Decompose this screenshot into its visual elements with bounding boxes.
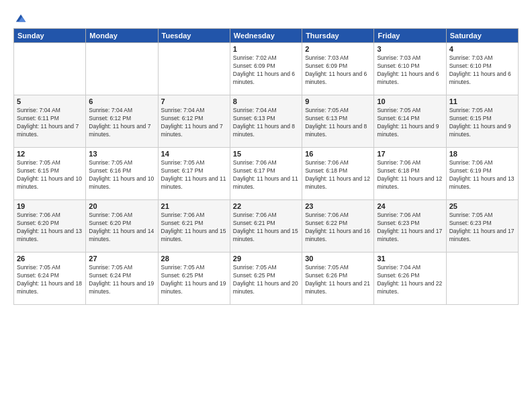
day-info: Sunrise: 7:04 AM Sunset: 6:12 PM Dayligh… xyxy=(161,107,227,139)
day-number: 22 xyxy=(233,202,299,210)
day-number: 29 xyxy=(233,255,299,263)
day-number: 30 xyxy=(305,255,371,263)
day-number: 27 xyxy=(89,255,154,263)
calendar-cell: 31Sunrise: 7:04 AM Sunset: 6:26 PM Dayli… xyxy=(374,253,446,305)
day-number: 1 xyxy=(233,45,299,53)
calendar-cell: 25Sunrise: 7:05 AM Sunset: 6:23 PM Dayli… xyxy=(446,200,518,253)
day-number: 21 xyxy=(161,202,227,210)
calendar-cell: 5Sunrise: 7:04 AM Sunset: 6:11 PM Daylig… xyxy=(14,95,86,148)
calendar-cell: 30Sunrise: 7:05 AM Sunset: 6:26 PM Dayli… xyxy=(302,253,374,305)
day-info: Sunrise: 7:06 AM Sunset: 6:18 PM Dayligh… xyxy=(377,159,443,191)
calendar-cell: 29Sunrise: 7:05 AM Sunset: 6:25 PM Dayli… xyxy=(230,253,302,305)
day-info: Sunrise: 7:05 AM Sunset: 6:15 PM Dayligh… xyxy=(449,107,515,139)
calendar-cell: 20Sunrise: 7:06 AM Sunset: 6:20 PM Dayli… xyxy=(86,200,158,253)
day-number: 14 xyxy=(161,150,227,158)
calendar-cell: 19Sunrise: 7:06 AM Sunset: 6:20 PM Dayli… xyxy=(14,200,86,253)
weekday-row: SundayMondayTuesdayWednesdayThursdayFrid… xyxy=(14,29,519,43)
day-number: 2 xyxy=(305,45,371,53)
day-info: Sunrise: 7:06 AM Sunset: 6:21 PM Dayligh… xyxy=(161,212,227,244)
calendar-cell: 23Sunrise: 7:06 AM Sunset: 6:22 PM Dayli… xyxy=(302,200,374,253)
day-number: 25 xyxy=(449,202,515,210)
day-number: 31 xyxy=(377,255,443,263)
calendar-cell: 4Sunrise: 7:03 AM Sunset: 6:10 PM Daylig… xyxy=(446,43,518,95)
day-info: Sunrise: 7:05 AM Sunset: 6:14 PM Dayligh… xyxy=(377,107,443,139)
calendar-week-row: 1Sunrise: 7:02 AM Sunset: 6:09 PM Daylig… xyxy=(14,43,519,95)
day-info: Sunrise: 7:04 AM Sunset: 6:12 PM Dayligh… xyxy=(89,107,154,139)
day-info: Sunrise: 7:04 AM Sunset: 6:13 PM Dayligh… xyxy=(233,107,299,139)
calendar-table: SundayMondayTuesdayWednesdayThursdayFrid… xyxy=(13,28,519,305)
calendar-cell: 2Sunrise: 7:03 AM Sunset: 6:09 PM Daylig… xyxy=(302,43,374,95)
day-info: Sunrise: 7:06 AM Sunset: 6:21 PM Dayligh… xyxy=(233,212,299,244)
calendar-cell: 8Sunrise: 7:04 AM Sunset: 6:13 PM Daylig… xyxy=(230,95,302,148)
weekday-header: Tuesday xyxy=(158,29,230,43)
calendar-cell: 9Sunrise: 7:05 AM Sunset: 6:13 PM Daylig… xyxy=(302,95,374,148)
day-number: 26 xyxy=(17,255,83,263)
calendar-cell: 24Sunrise: 7:06 AM Sunset: 6:23 PM Dayli… xyxy=(374,200,446,253)
calendar-cell: 7Sunrise: 7:04 AM Sunset: 6:12 PM Daylig… xyxy=(158,95,230,148)
day-info: Sunrise: 7:06 AM Sunset: 6:23 PM Dayligh… xyxy=(377,212,443,244)
weekday-header: Monday xyxy=(86,29,158,43)
day-info: Sunrise: 7:02 AM Sunset: 6:09 PM Dayligh… xyxy=(233,54,299,87)
calendar-cell: 26Sunrise: 7:05 AM Sunset: 6:24 PM Dayli… xyxy=(14,253,86,305)
calendar-cell xyxy=(86,43,158,95)
day-number: 9 xyxy=(305,97,371,105)
calendar-header: SundayMondayTuesdayWednesdayThursdayFrid… xyxy=(14,29,519,43)
day-number: 13 xyxy=(89,150,154,158)
day-info: Sunrise: 7:04 AM Sunset: 6:26 PM Dayligh… xyxy=(377,264,443,296)
day-number: 10 xyxy=(377,97,443,105)
day-number: 3 xyxy=(377,45,443,53)
day-info: Sunrise: 7:05 AM Sunset: 6:24 PM Dayligh… xyxy=(17,264,83,296)
calendar-cell xyxy=(446,253,518,305)
weekday-header: Wednesday xyxy=(230,29,302,43)
calendar-cell: 6Sunrise: 7:04 AM Sunset: 6:12 PM Daylig… xyxy=(86,95,158,148)
weekday-header: Saturday xyxy=(446,29,518,43)
day-number: 5 xyxy=(17,97,83,105)
calendar-body: 1Sunrise: 7:02 AM Sunset: 6:09 PM Daylig… xyxy=(14,43,519,305)
page: SundayMondayTuesdayWednesdayThursdayFrid… xyxy=(0,0,532,411)
weekday-header: Friday xyxy=(374,29,446,43)
day-info: Sunrise: 7:05 AM Sunset: 6:26 PM Dayligh… xyxy=(305,264,371,296)
day-info: Sunrise: 7:06 AM Sunset: 6:18 PM Dayligh… xyxy=(305,159,371,191)
day-number: 28 xyxy=(161,255,227,263)
calendar-cell: 18Sunrise: 7:06 AM Sunset: 6:19 PM Dayli… xyxy=(446,148,518,200)
day-number: 18 xyxy=(449,150,515,158)
calendar-cell: 21Sunrise: 7:06 AM Sunset: 6:21 PM Dayli… xyxy=(158,200,230,253)
day-info: Sunrise: 7:05 AM Sunset: 6:15 PM Dayligh… xyxy=(17,159,83,191)
calendar-week-row: 19Sunrise: 7:06 AM Sunset: 6:20 PM Dayli… xyxy=(14,200,519,253)
day-info: Sunrise: 7:06 AM Sunset: 6:20 PM Dayligh… xyxy=(17,212,83,244)
calendar-cell xyxy=(14,43,86,95)
calendar-week-row: 5Sunrise: 7:04 AM Sunset: 6:11 PM Daylig… xyxy=(14,95,519,148)
day-info: Sunrise: 7:05 AM Sunset: 6:25 PM Dayligh… xyxy=(161,264,227,296)
day-number: 23 xyxy=(305,202,371,210)
day-info: Sunrise: 7:03 AM Sunset: 6:09 PM Dayligh… xyxy=(305,54,371,87)
day-info: Sunrise: 7:06 AM Sunset: 6:17 PM Dayligh… xyxy=(233,159,299,191)
day-info: Sunrise: 7:06 AM Sunset: 6:20 PM Dayligh… xyxy=(89,212,154,244)
day-info: Sunrise: 7:04 AM Sunset: 6:11 PM Dayligh… xyxy=(17,107,83,139)
calendar-cell xyxy=(158,43,230,95)
header xyxy=(13,12,519,21)
day-number: 17 xyxy=(377,150,443,158)
day-info: Sunrise: 7:05 AM Sunset: 6:25 PM Dayligh… xyxy=(233,264,299,296)
calendar-cell: 3Sunrise: 7:03 AM Sunset: 6:10 PM Daylig… xyxy=(374,43,446,95)
day-number: 12 xyxy=(17,150,83,158)
day-info: Sunrise: 7:05 AM Sunset: 6:17 PM Dayligh… xyxy=(161,159,227,191)
logo-text xyxy=(13,12,27,24)
day-number: 6 xyxy=(89,97,154,105)
day-number: 19 xyxy=(17,202,83,210)
calendar-cell: 15Sunrise: 7:06 AM Sunset: 6:17 PM Dayli… xyxy=(230,148,302,200)
day-number: 15 xyxy=(233,150,299,158)
day-info: Sunrise: 7:05 AM Sunset: 6:24 PM Dayligh… xyxy=(89,264,154,296)
calendar-cell: 12Sunrise: 7:05 AM Sunset: 6:15 PM Dayli… xyxy=(14,148,86,200)
calendar-cell: 28Sunrise: 7:05 AM Sunset: 6:25 PM Dayli… xyxy=(158,253,230,305)
day-number: 11 xyxy=(449,97,515,105)
day-number: 20 xyxy=(89,202,154,210)
day-info: Sunrise: 7:06 AM Sunset: 6:22 PM Dayligh… xyxy=(305,212,371,244)
day-info: Sunrise: 7:03 AM Sunset: 6:10 PM Dayligh… xyxy=(449,54,515,87)
calendar-cell: 27Sunrise: 7:05 AM Sunset: 6:24 PM Dayli… xyxy=(86,253,158,305)
calendar-cell: 16Sunrise: 7:06 AM Sunset: 6:18 PM Dayli… xyxy=(302,148,374,200)
day-number: 16 xyxy=(305,150,371,158)
calendar-cell: 14Sunrise: 7:05 AM Sunset: 6:17 PM Dayli… xyxy=(158,148,230,200)
calendar-cell: 11Sunrise: 7:05 AM Sunset: 6:15 PM Dayli… xyxy=(446,95,518,148)
day-info: Sunrise: 7:05 AM Sunset: 6:16 PM Dayligh… xyxy=(89,159,154,191)
day-info: Sunrise: 7:06 AM Sunset: 6:19 PM Dayligh… xyxy=(449,159,515,191)
